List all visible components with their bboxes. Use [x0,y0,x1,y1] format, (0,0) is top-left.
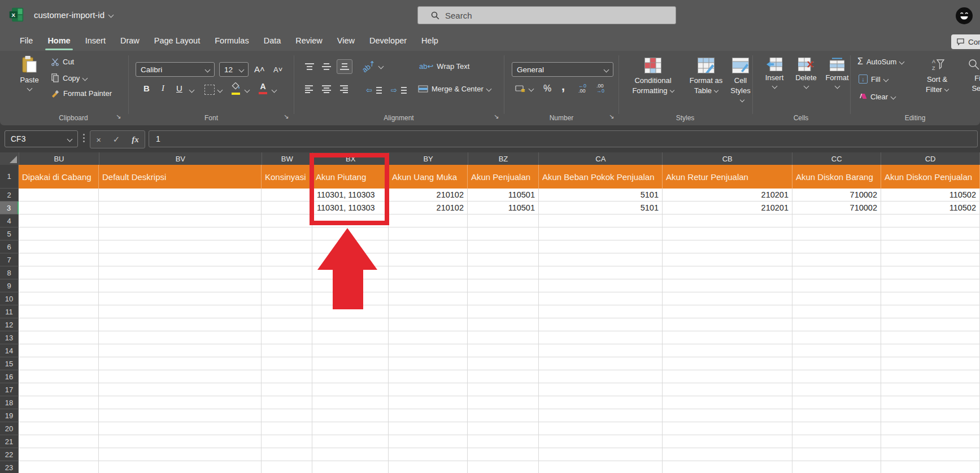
row-number-15[interactable]: 15 [0,357,19,370]
cell-BV14[interactable] [99,344,262,357]
ribbon-tab-data[interactable]: Data [256,32,289,50]
cell-CB2[interactable]: 210201 [663,189,792,202]
cell-BX23[interactable] [312,461,389,473]
cell-BW17[interactable] [262,383,312,396]
cell-BZ17[interactable] [468,383,539,396]
cell-BW2[interactable] [262,189,312,202]
increase-decimal-button[interactable]: ←0.00 [578,84,586,94]
cell-BZ7[interactable] [468,253,539,266]
cell-CD13[interactable] [881,331,980,344]
cell-BU18[interactable] [19,396,99,409]
cell-CB4[interactable] [663,214,792,227]
cell-BU21[interactable] [19,435,99,448]
cell-CA21[interactable] [539,435,663,448]
cell-BY19[interactable] [389,409,468,422]
cell-BZ8[interactable] [468,266,539,279]
cell-CB19[interactable] [663,409,792,422]
cell-BZ14[interactable] [468,344,539,357]
cell-CB8[interactable] [663,266,792,279]
column-header-CC[interactable]: CC [792,152,881,165]
cell-BV4[interactable] [99,214,262,227]
cell-CB12[interactable] [663,318,792,331]
find-select-button[interactable]: Find & Select [967,58,980,93]
field-header-BV[interactable]: Default Deskripsi [99,165,262,189]
cell-BV20[interactable] [99,422,262,435]
cell-BZ11[interactable] [468,305,539,318]
cell-CD8[interactable] [881,266,980,279]
row-number-20[interactable]: 20 [0,422,19,435]
cell-BU13[interactable] [19,331,99,344]
cell-BV2[interactable] [99,189,262,202]
cell-BY21[interactable] [389,435,468,448]
cell-BW19[interactable] [262,409,312,422]
field-header-CA[interactable]: Akun Beban Pokok Penjualan [539,165,663,189]
cell-BV10[interactable] [99,292,262,305]
cell-CA18[interactable] [539,396,663,409]
cell-BY23[interactable] [389,461,468,473]
italic-button[interactable]: I [162,84,164,93]
fill-color-button[interactable] [232,82,241,95]
cell-BU12[interactable] [19,318,99,331]
cell-BY3[interactable]: 210102 [389,202,468,214]
cell-BW16[interactable] [262,370,312,383]
increase-font-size-button[interactable]: A˄ [254,64,265,74]
cell-BX13[interactable] [312,331,389,344]
cell-BZ12[interactable] [468,318,539,331]
cell-BZ16[interactable] [468,370,539,383]
field-header-BU[interactable]: Dipakai di Cabang [19,165,99,189]
cell-CD6[interactable] [881,240,980,253]
align-top-button[interactable] [304,62,315,71]
underline-button[interactable]: U [176,84,182,93]
cell-CB20[interactable] [663,422,792,435]
cell-BX9[interactable] [312,279,389,292]
cell-CD23[interactable] [881,461,980,473]
cell-CB18[interactable] [663,396,792,409]
cell-BU11[interactable] [19,305,99,318]
row-number-10[interactable]: 10 [0,292,19,305]
align-center-button[interactable] [321,85,332,94]
cell-CB21[interactable] [663,435,792,448]
paste-button[interactable]: Paste [14,55,45,90]
row-number-1[interactable]: 1 [0,165,19,189]
cell-CD14[interactable] [881,344,980,357]
cell-BY10[interactable] [389,292,468,305]
cell-CA7[interactable] [539,253,663,266]
ribbon-tab-home[interactable]: Home [40,32,77,50]
cell-CA10[interactable] [539,292,663,305]
cell-BY7[interactable] [389,253,468,266]
field-header-BZ[interactable]: Akun Penjualan [468,165,539,189]
cell-BZ6[interactable] [468,240,539,253]
cell-BX18[interactable] [312,396,389,409]
row-number-11[interactable]: 11 [0,305,19,318]
cell-CC17[interactable] [792,383,881,396]
cell-BX7[interactable] [312,253,389,266]
cell-CA12[interactable] [539,318,663,331]
column-header-CA[interactable]: CA [539,152,663,165]
cell-BW7[interactable] [262,253,312,266]
cell-BU5[interactable] [19,227,99,240]
search-input[interactable]: Search [417,6,676,24]
align-right-button[interactable] [338,85,349,94]
cell-BV11[interactable] [99,305,262,318]
cell-CC9[interactable] [792,279,881,292]
cell-BZ9[interactable] [468,279,539,292]
row-number-13[interactable]: 13 [0,331,19,344]
cell-BV15[interactable] [99,357,262,370]
row-number-4[interactable]: 4 [0,214,19,227]
cell-BX12[interactable] [312,318,389,331]
row-number-14[interactable]: 14 [0,344,19,357]
font-dialog-launcher[interactable]: ↘ [284,113,289,120]
cell-BW20[interactable] [262,422,312,435]
field-header-BW[interactable]: Konsinyasi [262,165,312,189]
cell-BV8[interactable] [99,266,262,279]
cell-BV23[interactable] [99,461,262,473]
format-painter-button[interactable]: Format Painter [51,89,112,98]
number-dialog-launcher[interactable]: ↘ [609,113,614,120]
font-color-button[interactable]: A [259,82,267,94]
cell-CA16[interactable] [539,370,663,383]
cell-CB9[interactable] [663,279,792,292]
cell-CA3[interactable]: 5101 [539,202,663,214]
cell-CB3[interactable]: 210201 [663,202,792,214]
cell-CD2[interactable]: 110502 [881,189,980,202]
cell-BY18[interactable] [389,396,468,409]
